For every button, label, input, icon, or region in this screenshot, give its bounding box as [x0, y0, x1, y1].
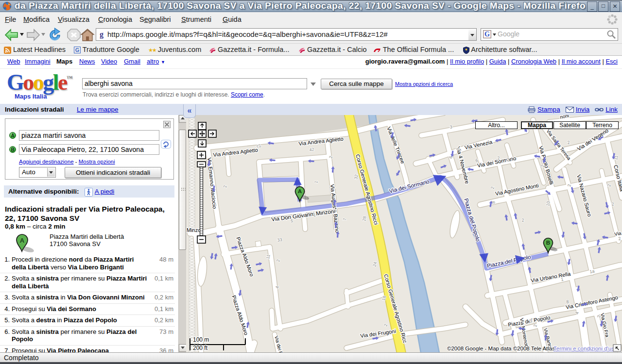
svg-text:42: 42 — [309, 147, 314, 152]
svg-text:10: 10 — [545, 201, 551, 207]
svg-text:A: A — [298, 188, 302, 194]
svg-text:Termini e condizioni d'uso: Termini e condizioni d'uso — [553, 346, 617, 351]
svg-text:1a: 1a — [589, 268, 595, 274]
svg-text:5: 5 — [291, 218, 293, 223]
svg-text:1: 1 — [313, 213, 316, 217]
svg-text:33: 33 — [277, 237, 283, 243]
svg-text:200 ft: 200 ft — [193, 345, 208, 351]
svg-text:B: B — [546, 240, 550, 246]
svg-text:28: 28 — [362, 216, 367, 222]
svg-text:A: A — [20, 237, 25, 244]
svg-text:32: 32 — [353, 174, 359, 180]
svg-text:2: 2 — [223, 185, 227, 188]
svg-text:100 m: 100 m — [193, 336, 209, 343]
svg-text:©2008 Google - Map data ©2008: ©2008 Google - Map data ©2008 Tele Atlas — [447, 346, 555, 351]
svg-text:11: 11 — [265, 254, 271, 259]
svg-text:Minzo: Minzo — [187, 227, 201, 233]
